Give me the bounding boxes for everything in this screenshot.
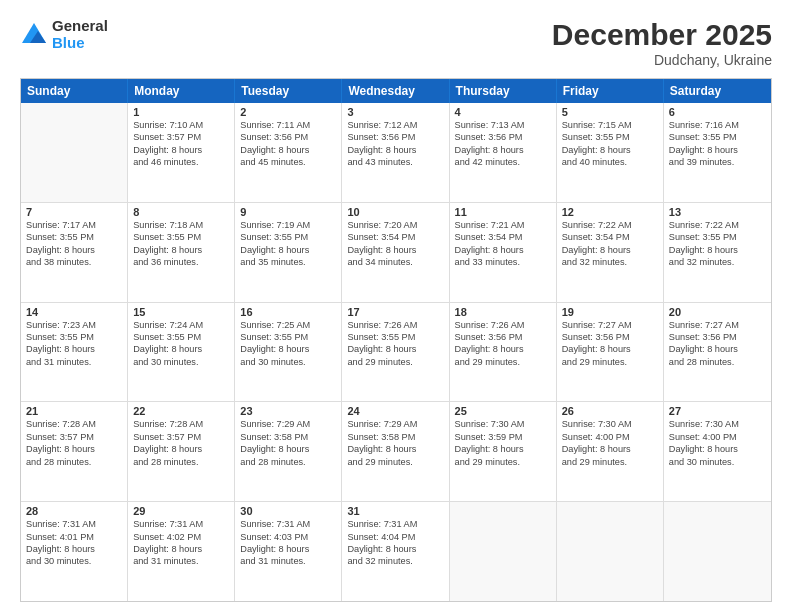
calendar-body: 1Sunrise: 7:10 AMSunset: 3:57 PMDaylight… — [21, 103, 771, 601]
daylight-line2: and 28 minutes. — [133, 456, 229, 468]
sunrise-line: Sunrise: 7:24 AM — [133, 319, 229, 331]
sunrise-line: Sunrise: 7:29 AM — [240, 418, 336, 430]
day-number: 9 — [240, 206, 336, 218]
calendar-row-4: 28Sunrise: 7:31 AMSunset: 4:01 PMDayligh… — [21, 501, 771, 601]
page: General Blue December 2025 Dudchany, Ukr… — [0, 0, 792, 612]
calendar-cell: 16Sunrise: 7:25 AMSunset: 3:55 PMDayligh… — [235, 303, 342, 402]
header-day-sunday: Sunday — [21, 79, 128, 103]
day-number: 5 — [562, 106, 658, 118]
daylight-line: Daylight: 8 hours — [240, 343, 336, 355]
day-number: 1 — [133, 106, 229, 118]
sunrise-line: Sunrise: 7:15 AM — [562, 119, 658, 131]
calendar-cell — [664, 502, 771, 601]
daylight-line: Daylight: 8 hours — [669, 343, 766, 355]
logo: General Blue — [20, 18, 108, 51]
sunrise-line: Sunrise: 7:23 AM — [26, 319, 122, 331]
calendar-cell: 30Sunrise: 7:31 AMSunset: 4:03 PMDayligh… — [235, 502, 342, 601]
logo-icon — [20, 21, 48, 49]
daylight-line: Daylight: 8 hours — [347, 543, 443, 555]
sunset-line: Sunset: 3:55 PM — [133, 231, 229, 243]
day-number: 20 — [669, 306, 766, 318]
calendar-cell: 14Sunrise: 7:23 AMSunset: 3:55 PMDayligh… — [21, 303, 128, 402]
sunrise-line: Sunrise: 7:22 AM — [562, 219, 658, 231]
sunrise-line: Sunrise: 7:22 AM — [669, 219, 766, 231]
daylight-line2: and 32 minutes. — [562, 256, 658, 268]
month-title: December 2025 — [552, 18, 772, 52]
calendar-cell: 18Sunrise: 7:26 AMSunset: 3:56 PMDayligh… — [450, 303, 557, 402]
sunset-line: Sunset: 3:57 PM — [26, 431, 122, 443]
daylight-line: Daylight: 8 hours — [562, 244, 658, 256]
sunset-line: Sunset: 3:54 PM — [455, 231, 551, 243]
day-number: 27 — [669, 405, 766, 417]
daylight-line2: and 40 minutes. — [562, 156, 658, 168]
day-number: 17 — [347, 306, 443, 318]
day-number: 3 — [347, 106, 443, 118]
calendar-cell — [557, 502, 664, 601]
sunset-line: Sunset: 3:55 PM — [562, 131, 658, 143]
daylight-line2: and 38 minutes. — [26, 256, 122, 268]
day-number: 23 — [240, 405, 336, 417]
daylight-line: Daylight: 8 hours — [26, 443, 122, 455]
sunset-line: Sunset: 3:56 PM — [455, 131, 551, 143]
sunrise-line: Sunrise: 7:28 AM — [26, 418, 122, 430]
sunrise-line: Sunrise: 7:20 AM — [347, 219, 443, 231]
sunrise-line: Sunrise: 7:27 AM — [669, 319, 766, 331]
sunset-line: Sunset: 3:56 PM — [562, 331, 658, 343]
sunrise-line: Sunrise: 7:18 AM — [133, 219, 229, 231]
sunrise-line: Sunrise: 7:13 AM — [455, 119, 551, 131]
sunrise-line: Sunrise: 7:31 AM — [240, 518, 336, 530]
calendar-cell: 25Sunrise: 7:30 AMSunset: 3:59 PMDayligh… — [450, 402, 557, 501]
header-day-thursday: Thursday — [450, 79, 557, 103]
calendar-cell: 4Sunrise: 7:13 AMSunset: 3:56 PMDaylight… — [450, 103, 557, 202]
calendar-row-2: 14Sunrise: 7:23 AMSunset: 3:55 PMDayligh… — [21, 302, 771, 402]
daylight-line: Daylight: 8 hours — [562, 443, 658, 455]
calendar-cell: 27Sunrise: 7:30 AMSunset: 4:00 PMDayligh… — [664, 402, 771, 501]
calendar-cell: 26Sunrise: 7:30 AMSunset: 4:00 PMDayligh… — [557, 402, 664, 501]
daylight-line2: and 32 minutes. — [347, 555, 443, 567]
day-number: 16 — [240, 306, 336, 318]
daylight-line2: and 31 minutes. — [133, 555, 229, 567]
sunrise-line: Sunrise: 7:10 AM — [133, 119, 229, 131]
logo-text: General Blue — [52, 18, 108, 51]
daylight-line2: and 32 minutes. — [669, 256, 766, 268]
calendar-cell: 23Sunrise: 7:29 AMSunset: 3:58 PMDayligh… — [235, 402, 342, 501]
day-number: 25 — [455, 405, 551, 417]
day-number: 14 — [26, 306, 122, 318]
daylight-line2: and 28 minutes. — [26, 456, 122, 468]
calendar-cell: 6Sunrise: 7:16 AMSunset: 3:55 PMDaylight… — [664, 103, 771, 202]
sunrise-line: Sunrise: 7:11 AM — [240, 119, 336, 131]
header-day-tuesday: Tuesday — [235, 79, 342, 103]
daylight-line2: and 29 minutes. — [347, 356, 443, 368]
sunrise-line: Sunrise: 7:25 AM — [240, 319, 336, 331]
daylight-line2: and 30 minutes. — [26, 555, 122, 567]
sunset-line: Sunset: 4:04 PM — [347, 531, 443, 543]
sunrise-line: Sunrise: 7:29 AM — [347, 418, 443, 430]
calendar-cell: 28Sunrise: 7:31 AMSunset: 4:01 PMDayligh… — [21, 502, 128, 601]
sunset-line: Sunset: 4:01 PM — [26, 531, 122, 543]
calendar-cell: 10Sunrise: 7:20 AMSunset: 3:54 PMDayligh… — [342, 203, 449, 302]
daylight-line: Daylight: 8 hours — [240, 244, 336, 256]
sunrise-line: Sunrise: 7:16 AM — [669, 119, 766, 131]
logo-general: General — [52, 18, 108, 35]
daylight-line2: and 29 minutes. — [455, 456, 551, 468]
daylight-line2: and 29 minutes. — [562, 456, 658, 468]
header-day-monday: Monday — [128, 79, 235, 103]
calendar-cell: 22Sunrise: 7:28 AMSunset: 3:57 PMDayligh… — [128, 402, 235, 501]
sunrise-line: Sunrise: 7:12 AM — [347, 119, 443, 131]
calendar-cell — [21, 103, 128, 202]
daylight-line2: and 43 minutes. — [347, 156, 443, 168]
header-day-saturday: Saturday — [664, 79, 771, 103]
sunset-line: Sunset: 3:58 PM — [347, 431, 443, 443]
calendar-cell: 24Sunrise: 7:29 AMSunset: 3:58 PMDayligh… — [342, 402, 449, 501]
calendar-row-0: 1Sunrise: 7:10 AMSunset: 3:57 PMDaylight… — [21, 103, 771, 202]
sunrise-line: Sunrise: 7:26 AM — [455, 319, 551, 331]
daylight-line2: and 39 minutes. — [669, 156, 766, 168]
day-number: 2 — [240, 106, 336, 118]
sunrise-line: Sunrise: 7:30 AM — [669, 418, 766, 430]
daylight-line: Daylight: 8 hours — [133, 543, 229, 555]
sunrise-line: Sunrise: 7:30 AM — [562, 418, 658, 430]
sunset-line: Sunset: 3:55 PM — [240, 231, 336, 243]
sunset-line: Sunset: 3:55 PM — [133, 331, 229, 343]
day-number: 10 — [347, 206, 443, 218]
daylight-line2: and 29 minutes. — [562, 356, 658, 368]
